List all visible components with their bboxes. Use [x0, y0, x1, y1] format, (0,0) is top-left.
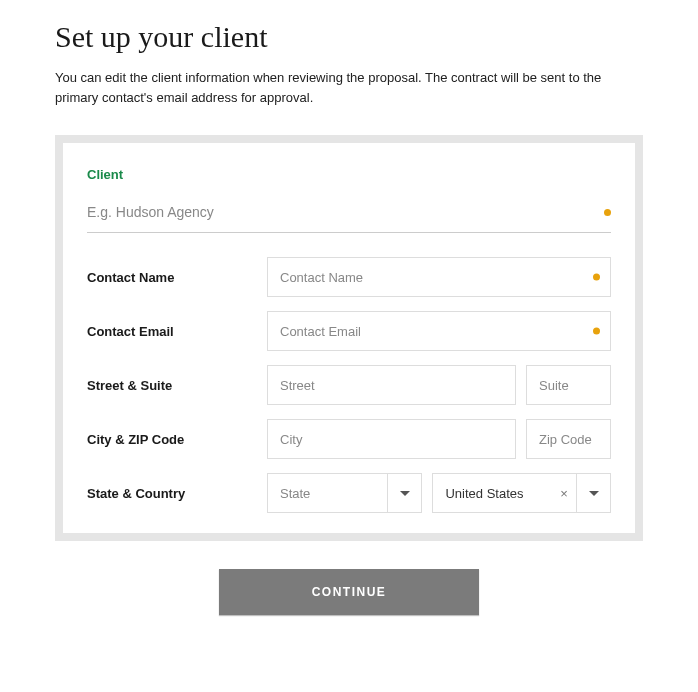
- page-subtitle: You can edit the client information when…: [55, 68, 643, 107]
- contact-email-field: [267, 311, 611, 351]
- street-input[interactable]: [280, 378, 503, 393]
- continue-button[interactable]: CONTINUE: [219, 569, 479, 615]
- street-suite-label: Street & Suite: [87, 378, 267, 393]
- client-name-input[interactable]: [87, 204, 596, 220]
- actions-row: CONTINUE: [55, 569, 643, 615]
- state-country-label: State & Country: [87, 486, 267, 501]
- contact-email-label: Contact Email: [87, 324, 267, 339]
- state-select-text: State: [268, 474, 387, 512]
- close-icon: ×: [560, 486, 568, 501]
- state-country-row: State & Country State United States ×: [87, 473, 611, 513]
- contact-name-row: Contact Name: [87, 257, 611, 297]
- client-name-row: [87, 204, 611, 233]
- suite-field: [526, 365, 611, 405]
- street-suite-row: Street & Suite: [87, 365, 611, 405]
- street-field: [267, 365, 516, 405]
- chevron-down-icon: [400, 491, 410, 496]
- country-select[interactable]: United States ×: [432, 473, 611, 513]
- form-card: Client Contact Name Contact Email: [63, 143, 635, 533]
- contact-name-input[interactable]: [280, 270, 582, 285]
- chevron-down-icon: [589, 491, 599, 496]
- city-zip-label: City & ZIP Code: [87, 432, 267, 447]
- state-select-caret[interactable]: [387, 474, 421, 512]
- city-input[interactable]: [280, 432, 503, 447]
- suite-input[interactable]: [539, 378, 598, 393]
- page-title: Set up your client: [55, 20, 643, 54]
- required-dot-icon: [604, 209, 611, 216]
- section-label-client: Client: [87, 167, 611, 182]
- required-dot-icon: [593, 328, 600, 335]
- state-select[interactable]: State: [267, 473, 422, 513]
- city-field: [267, 419, 516, 459]
- form-card-outer: Client Contact Name Contact Email: [55, 135, 643, 541]
- country-select-caret[interactable]: [576, 474, 610, 512]
- contact-name-field: [267, 257, 611, 297]
- required-dot-icon: [593, 274, 600, 281]
- zip-input[interactable]: [539, 432, 598, 447]
- country-select-text: United States: [433, 474, 552, 512]
- city-zip-row: City & ZIP Code: [87, 419, 611, 459]
- contact-email-row: Contact Email: [87, 311, 611, 351]
- contact-name-label: Contact Name: [87, 270, 267, 285]
- contact-email-input[interactable]: [280, 324, 582, 339]
- country-clear-button[interactable]: ×: [552, 474, 576, 512]
- zip-field: [526, 419, 611, 459]
